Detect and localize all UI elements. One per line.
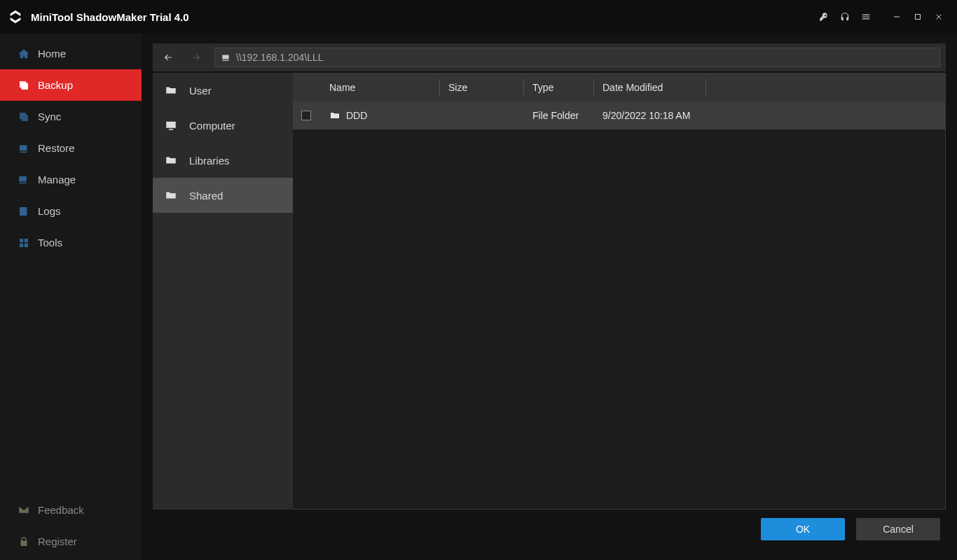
back-button[interactable] (158, 48, 178, 67)
lock-icon (17, 535, 31, 549)
tools-icon (17, 236, 31, 250)
file-panel: Name Size Type Date Modified (293, 73, 945, 510)
tree-panel: User Computer Libraries (153, 73, 293, 510)
tree-label: Computer (189, 120, 235, 132)
feedback-icon (17, 503, 31, 517)
sidebar-item-label: Feedback (38, 504, 84, 516)
sidebar-item-label: Tools (38, 237, 62, 248)
svg-rect-0 (894, 17, 900, 18)
sidebar-item-label: Restore (38, 142, 75, 154)
col-type[interactable]: Type (524, 74, 594, 102)
app-logo-icon (7, 8, 24, 25)
row-date: 9/20/2022 10:18 AM (603, 110, 690, 121)
logs-icon (17, 204, 31, 218)
sidebar-item-label: Backup (38, 79, 73, 91)
path-input[interactable]: \\192.168.1.204\LLL (214, 48, 940, 67)
home-icon (17, 47, 31, 61)
cancel-button[interactable]: Cancel (856, 518, 940, 540)
manage-icon (17, 173, 31, 187)
row-type: File Folder (532, 110, 579, 121)
folder-icon (329, 110, 340, 121)
close-button[interactable] (929, 7, 949, 27)
menu-icon[interactable] (856, 7, 876, 27)
file-browser: \\192.168.1.204\LLL User Com (142, 34, 957, 560)
shared-folder-icon (164, 188, 178, 202)
sidebar-item-sync[interactable]: Sync (0, 101, 142, 132)
sidebar-item-feedback[interactable]: Feedback (0, 494, 142, 526)
minimize-button[interactable] (887, 7, 907, 27)
tree-label: Libraries (189, 155, 230, 167)
drive-icon (221, 52, 230, 62)
file-header: Name Size Type Date Modified (293, 74, 945, 102)
sidebar-item-restore[interactable]: Restore (0, 132, 142, 164)
sidebar-item-label: Sync (38, 111, 61, 122)
pathbar: \\192.168.1.204\LLL (153, 43, 946, 71)
svg-rect-1 (916, 15, 921, 20)
forward-button[interactable] (186, 48, 206, 67)
titlebar: MiniTool ShadowMaker Trial 4.0 (0, 0, 957, 34)
libraries-icon (164, 153, 178, 167)
svg-rect-2 (21, 83, 27, 89)
key-icon[interactable] (814, 7, 834, 27)
sidebar-item-tools[interactable]: Tools (0, 227, 142, 258)
sidebar-item-label: Register (38, 536, 77, 547)
sidebar-item-backup[interactable]: Backup (0, 69, 142, 101)
app-title: MiniTool ShadowMaker Trial 4.0 (31, 11, 189, 23)
tree-computer[interactable]: Computer (153, 108, 293, 143)
sidebar-item-manage[interactable]: Manage (0, 164, 142, 195)
tree-label: Shared (189, 190, 223, 202)
restore-icon (17, 141, 31, 155)
tree-shared[interactable]: Shared (153, 178, 293, 213)
sidebar-item-label: Logs (38, 205, 61, 217)
sidebar-item-label: Home (38, 48, 66, 59)
maximize-button[interactable] (908, 7, 928, 27)
col-name[interactable]: Name (321, 74, 440, 102)
headset-icon[interactable] (835, 7, 855, 27)
tree-user[interactable]: User (153, 73, 293, 108)
sidebar-item-register[interactable]: Register (0, 526, 142, 557)
sidebar: Home Backup Sync Restore (0, 34, 142, 560)
tree-label: User (189, 85, 212, 97)
dialog-footer: OK Cancel (153, 510, 946, 549)
sync-icon (17, 110, 31, 124)
backup-icon (17, 78, 31, 92)
tree-libraries[interactable]: Libraries (153, 143, 293, 178)
sidebar-item-label: Manage (38, 174, 76, 186)
sidebar-item-home[interactable]: Home (0, 38, 142, 69)
col-date[interactable]: Date Modified (594, 74, 706, 102)
computer-icon (164, 118, 178, 132)
path-text: \\192.168.1.204\LLL (236, 52, 324, 63)
row-checkbox[interactable] (301, 111, 311, 120)
file-row[interactable]: DDD File Folder 9/20/2022 10:18 AM (293, 102, 945, 130)
user-folder-icon (164, 83, 178, 97)
col-size[interactable]: Size (440, 74, 524, 102)
sidebar-item-logs[interactable]: Logs (0, 195, 142, 227)
row-name: DDD (346, 110, 367, 121)
ok-button[interactable]: OK (761, 518, 845, 540)
